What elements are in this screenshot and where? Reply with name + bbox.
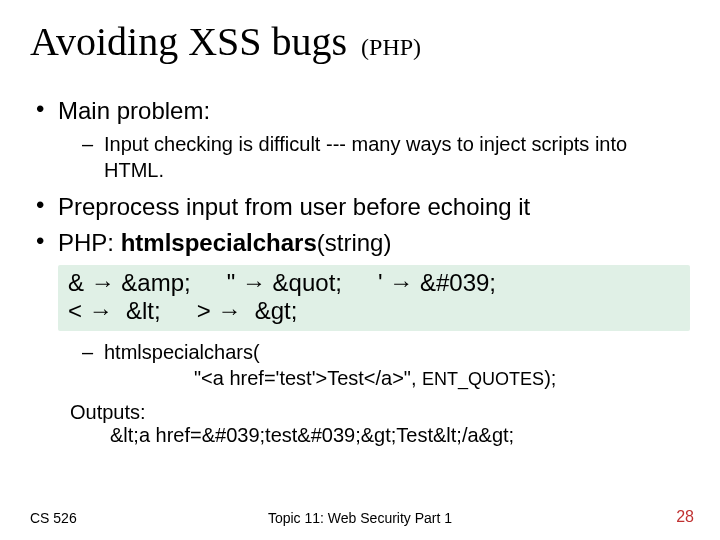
sub-bullet-input-checking: Input checking is difficult --- many way…: [80, 131, 690, 183]
example-call: htmlspecialchars( "<a href='test'>Test</…: [80, 339, 690, 391]
php-function-name: htmlspecialchars: [121, 229, 317, 256]
example-output: Outputs: &lt;a href=&#039;test&#039;&gt;…: [70, 401, 690, 447]
map-to: &gt;: [255, 297, 298, 324]
mapping-row-1: & → &amp; " → &quot; ' → &#039;: [68, 269, 680, 297]
php-suffix: (string): [317, 229, 392, 256]
mapping-table: & → &amp; " → &quot; ' → &#039; <: [58, 265, 690, 331]
example-arg-string: "<a href='test'>Test</a>",: [194, 367, 422, 389]
map-from: ': [378, 269, 383, 296]
paren-open: (: [253, 341, 260, 363]
map-to: &#039;: [420, 269, 496, 296]
map-from: >: [197, 297, 211, 324]
slide: Avoiding XSS bugs (PHP) Main problem: In…: [0, 0, 720, 540]
outputs-label: Outputs:: [70, 401, 146, 423]
arrow-icon: →: [242, 269, 266, 296]
map-to: &amp;: [121, 269, 190, 296]
slide-title: Avoiding XSS bugs: [30, 18, 347, 65]
bullet-preprocess: Preprocess input from user before echoin…: [30, 193, 690, 221]
php-prefix: PHP:: [58, 229, 121, 256]
example-fn: htmlspecialchars: [104, 341, 253, 363]
map-gt: > → &gt;: [197, 297, 298, 325]
bullet-main-problem: Main problem: Input checking is difficul…: [30, 97, 690, 183]
map-from: &: [68, 269, 84, 296]
arrow-icon: →: [89, 297, 113, 324]
map-amp: & → &amp;: [68, 269, 191, 297]
title-row: Avoiding XSS bugs (PHP): [0, 0, 720, 65]
outputs-value: &lt;a href=&#039;test&#039;&gt;Test&lt;/…: [110, 424, 514, 446]
map-to: &quot;: [273, 269, 342, 296]
paren-close: );: [544, 367, 556, 389]
example-arg-flag: ENT_QUOTES: [422, 369, 544, 389]
map-apos: ' → &#039;: [378, 269, 496, 297]
map-quot: " → &quot;: [227, 269, 342, 297]
mapping-row-2: < → &lt; > → &gt;: [68, 297, 680, 325]
arrow-icon: →: [91, 269, 115, 296]
example-list: htmlspecialchars( "<a href='test'>Test</…: [30, 339, 690, 391]
map-from: <: [68, 297, 82, 324]
footer-page-number: 28: [676, 508, 694, 526]
example-args: "<a href='test'>Test</a>", ENT_QUOTES);: [194, 367, 556, 389]
bullet-text: Main problem:: [58, 97, 210, 124]
arrow-icon: →: [389, 269, 413, 296]
footer-topic: Topic 11: Web Security Part 1: [268, 510, 452, 526]
arrow-icon: →: [217, 297, 241, 324]
map-from: ": [227, 269, 236, 296]
slide-title-sub: (PHP): [361, 34, 421, 61]
map-lt: < → &lt;: [68, 297, 161, 325]
sub-list: Input checking is difficult --- many way…: [58, 131, 690, 183]
footer-course: CS 526: [30, 510, 77, 526]
map-to: &lt;: [126, 297, 161, 324]
bullet-list: Main problem: Input checking is difficul…: [30, 97, 690, 257]
slide-body: Main problem: Input checking is difficul…: [0, 65, 720, 447]
bullet-php: PHP: htmlspecialchars(string): [30, 229, 690, 257]
